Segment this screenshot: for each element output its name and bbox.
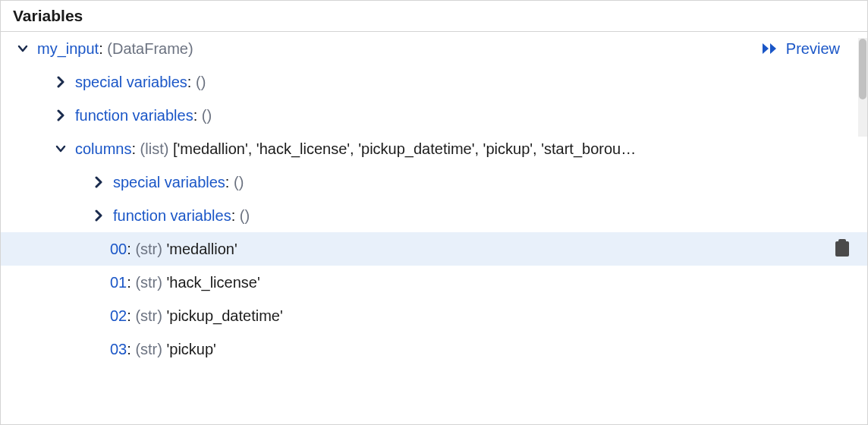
var-name: function variables: [113, 207, 231, 224]
var-name: function variables: [75, 107, 193, 124]
var-value: (): [202, 107, 212, 124]
tree-row-item[interactable]: 01: (str) 'hack_license': [1, 266, 867, 299]
tree-row-root[interactable]: my_input: (DataFrame) Preview: [1, 32, 867, 65]
var-type: (str): [135, 241, 162, 257]
tree-row-function[interactable]: function variables: (): [1, 99, 867, 132]
chevron-right-icon[interactable]: [54, 109, 68, 122]
var-index: 01: [110, 274, 127, 291]
fast-forward-icon: [762, 42, 778, 55]
tree-row-item[interactable]: 00: (str) 'medallion': [1, 232, 867, 266]
var-index: 02: [110, 307, 127, 324]
chevron-right-icon[interactable]: [92, 175, 105, 189]
tree-row-columns-special[interactable]: special variables: (): [1, 165, 867, 199]
var-preview: ['medallion', 'hack_license', 'pickup_da…: [173, 140, 636, 157]
var-type: (str): [135, 274, 162, 291]
clipboard-icon[interactable]: [835, 241, 849, 257]
var-value: 'hack_license': [166, 274, 259, 291]
var-name: special variables: [75, 74, 187, 90]
var-index: 00: [110, 241, 127, 257]
var-value: 'pickup': [166, 341, 215, 357]
tree-row-special[interactable]: special variables: (): [1, 65, 867, 99]
scrollbar[interactable]: [858, 38, 867, 137]
chevron-right-icon[interactable]: [54, 75, 68, 89]
var-name: special variables: [113, 174, 225, 190]
var-name: columns: [75, 140, 131, 157]
var-type: (str): [135, 307, 162, 324]
var-type: (list): [140, 140, 169, 157]
preview-label: Preview: [786, 34, 840, 63]
preview-link[interactable]: Preview: [762, 34, 867, 63]
chevron-right-icon[interactable]: [92, 209, 105, 222]
tree-row-item[interactable]: 02: (str) 'pickup_datetime': [1, 299, 867, 332]
tree-row-columns[interactable]: columns: (list) ['medallion', 'hack_lice…: [1, 132, 867, 165]
var-index: 03: [110, 341, 127, 357]
var-value: 'pickup_datetime': [166, 307, 282, 324]
tree-row-columns-function[interactable]: function variables: (): [1, 199, 867, 232]
var-value: (): [240, 207, 250, 224]
var-type: (str): [135, 341, 162, 357]
tree-row-item[interactable]: 03: (str) 'pickup': [1, 332, 867, 366]
var-name: my_input: [37, 40, 99, 57]
scrollbar-thumb[interactable]: [859, 39, 866, 99]
chevron-down-icon[interactable]: [16, 42, 30, 55]
var-value: (): [196, 74, 206, 90]
tree-content: my_input: (DataFrame) Preview special va…: [1, 32, 867, 424]
var-type: (DataFrame): [107, 40, 193, 57]
var-value: (): [234, 174, 244, 190]
chevron-down-icon[interactable]: [54, 142, 68, 156]
variables-panel: Variables my_input: (DataFrame) Preview: [0, 0, 868, 425]
var-value: 'medallion': [166, 241, 237, 257]
panel-title: Variables: [1, 1, 867, 32]
